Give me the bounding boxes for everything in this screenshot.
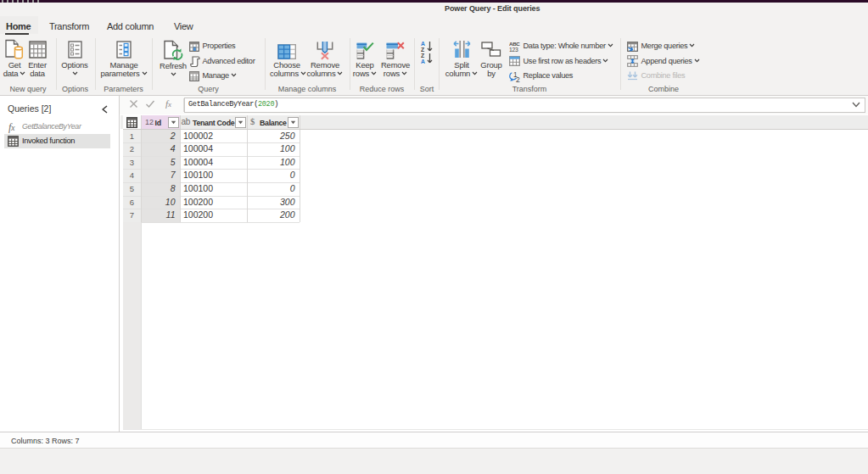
- svg-text:Z: Z: [421, 46, 424, 51]
- svg-text:123: 123: [509, 47, 518, 53]
- svg-text:2: 2: [516, 75, 520, 82]
- svg-text:A: A: [421, 59, 425, 64]
